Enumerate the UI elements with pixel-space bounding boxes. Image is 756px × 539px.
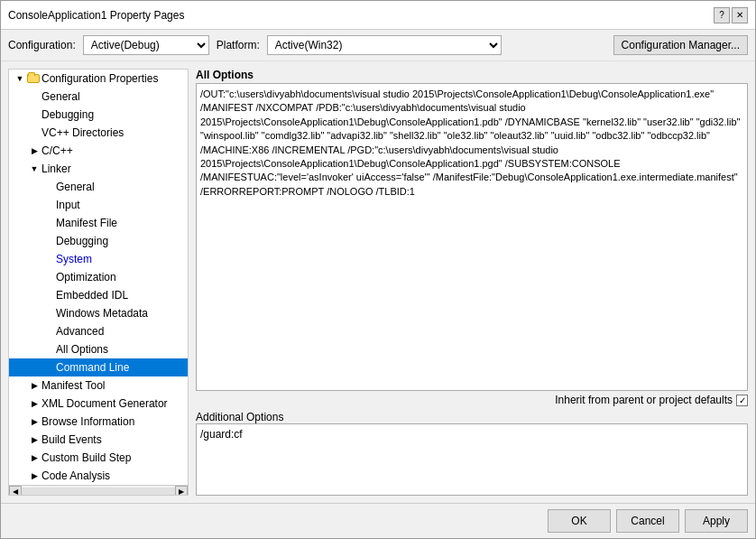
apply-button[interactable]: Apply <box>685 509 748 533</box>
tree-label: Embedded IDL <box>56 289 128 302</box>
tree-label: Windows Metadata <box>56 307 148 320</box>
folder-icon <box>27 74 40 83</box>
tree-label: Code Analysis <box>41 469 110 482</box>
inherit-checkbox[interactable]: ✓ <box>736 395 748 406</box>
title-controls: ? ✕ <box>714 7 748 23</box>
expand-icon: ▼ <box>27 164 41 173</box>
close-button[interactable]: ✕ <box>732 7 748 23</box>
expand-icon: ▶ <box>27 399 41 408</box>
tree-item-debugging[interactable]: Debugging <box>9 106 188 124</box>
horizontal-scrollbar[interactable]: ◀ ▶ <box>9 485 188 496</box>
tree-item-linker[interactable]: ▼ Linker <box>9 160 188 178</box>
property-pages-dialog: ConsoleApplication1 Property Pages ? ✕ C… <box>0 0 756 539</box>
expand-icon: ▶ <box>27 435 41 444</box>
tree-label: General <box>41 90 80 103</box>
config-manager-button[interactable]: Configuration Manager... <box>613 35 748 55</box>
tree-item-linker-windows-metadata[interactable]: Windows Metadata <box>9 304 188 322</box>
tree-item-custom-build-step[interactable]: ▶ Custom Build Step <box>9 449 188 467</box>
additional-options-text: /guard:cf <box>200 428 243 441</box>
config-row: Configuration: Active(Debug) Platform: A… <box>1 30 755 61</box>
ok-button[interactable]: OK <box>548 509 611 533</box>
additional-options-box[interactable]: /guard:cf <box>196 423 748 496</box>
expand-icon: ▶ <box>27 453 41 462</box>
tree-item-xml-doc-generator[interactable]: ▶ XML Document Generator <box>9 395 188 413</box>
expand-icon: ▶ <box>27 381 41 390</box>
tree-item-browse-information[interactable]: ▶ Browse Information <box>9 413 188 431</box>
bottom-bar: OK Cancel Apply <box>1 503 755 538</box>
platform-select[interactable]: Active(Win32) <box>267 35 502 55</box>
tree-item-general[interactable]: General <box>9 88 188 106</box>
all-options-text: /OUT:"c:\users\divyabh\documents\visual … <box>200 88 740 197</box>
tree-label: Manifest File <box>56 217 117 229</box>
tree-label: Manifest Tool <box>41 379 105 392</box>
configuration-select[interactable]: Active(Debug) <box>83 35 209 55</box>
tree-item-linker-advanced[interactable]: Advanced <box>9 322 188 340</box>
expand-icon: ▼ <box>13 74 27 83</box>
scroll-left-button[interactable]: ◀ <box>9 486 22 497</box>
tree-label: Input <box>56 199 80 211</box>
tree-label: All Options <box>56 343 108 356</box>
cancel-button[interactable]: Cancel <box>616 509 679 533</box>
all-options-label: All Options <box>196 69 748 81</box>
additional-options-label: Additional Options <box>196 411 748 423</box>
tree-label: Debugging <box>41 108 94 121</box>
tree-item-linker-general[interactable]: General <box>9 178 188 196</box>
help-button[interactable]: ? <box>714 7 730 23</box>
tree-item-linker-debugging[interactable]: Debugging <box>9 232 188 250</box>
tree-label: XML Document Generator <box>41 397 168 410</box>
tree-item-linker-system[interactable]: System <box>9 250 188 268</box>
expand-icon: ▶ <box>27 146 41 155</box>
tree-item-linker-input[interactable]: Input <box>9 196 188 214</box>
expand-icon: ▶ <box>27 471 41 480</box>
tree-label: General <box>56 181 95 193</box>
scroll-right-button[interactable]: ▶ <box>175 486 188 497</box>
tree-label: Optimization <box>56 271 116 283</box>
main-content: ▼ Configuration Properties General Debug… <box>1 61 755 503</box>
platform-label: Platform: <box>217 39 260 51</box>
all-options-content: /OUT:"c:\users\divyabh\documents\visual … <box>196 83 748 391</box>
tree-item-vc-directories[interactable]: VC++ Directories <box>9 124 188 142</box>
tree-label: Advanced <box>56 325 104 338</box>
tree-item-linker-optimization[interactable]: Optimization <box>9 268 188 286</box>
expand-icon: ▶ <box>27 417 41 426</box>
tree-item-linker-manifest-file[interactable]: Manifest File <box>9 214 188 232</box>
tree-item-c-cpp[interactable]: ▶ C/C++ <box>9 142 188 160</box>
left-panel: ▼ Configuration Properties General Debug… <box>8 69 189 496</box>
tree-item-build-events[interactable]: ▶ Build Events <box>9 431 188 449</box>
tree-label: Browse Information <box>41 415 134 428</box>
title-bar: ConsoleApplication1 Property Pages ? ✕ <box>1 1 755 30</box>
tree-label: Linker <box>41 163 71 175</box>
tree-item-manifest-tool[interactable]: ▶ Manifest Tool <box>9 376 188 395</box>
tree-label: Custom Build Step <box>41 451 131 464</box>
tree-label: Configuration Properties <box>41 72 158 85</box>
tree-label: Debugging <box>56 235 108 247</box>
tree-label: System <box>56 253 92 265</box>
tree-item-config-properties[interactable]: ▼ Configuration Properties <box>9 70 188 88</box>
tree-label: Command Line <box>56 361 129 374</box>
inherit-row: Inherit from parent or project defaults … <box>196 391 748 409</box>
right-panel: All Options /OUT:"c:\users\divyabh\docum… <box>196 69 748 496</box>
tree-item-linker-all-options[interactable]: All Options <box>9 340 188 358</box>
tree-label: C/C++ <box>41 144 73 157</box>
tree-item-linker-embedded-idl[interactable]: Embedded IDL <box>9 286 188 304</box>
tree-label: Build Events <box>41 433 102 446</box>
configuration-label: Configuration: <box>8 39 76 51</box>
tree-item-code-analysis[interactable]: ▶ Code Analysis <box>9 467 188 485</box>
tree-label: VC++ Directories <box>41 126 124 139</box>
inherit-label: Inherit from parent or project defaults <box>555 394 733 406</box>
dialog-title: ConsoleApplication1 Property Pages <box>8 9 184 22</box>
tree-item-linker-command-line[interactable]: Command Line <box>9 358 188 376</box>
